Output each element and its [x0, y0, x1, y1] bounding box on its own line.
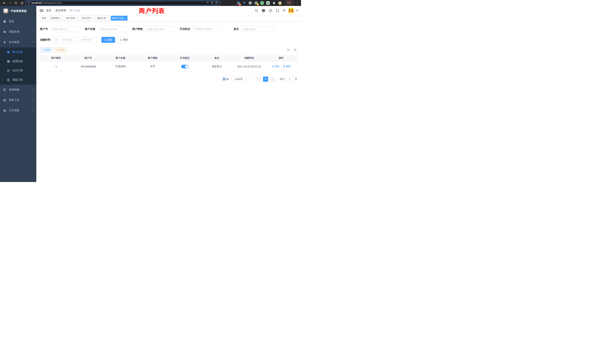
extension-blocks-icon[interactable]: 10 — [236, 1, 240, 5]
close-icon[interactable]: × — [107, 17, 108, 19]
merchant-no-label: 商户号 — [40, 27, 48, 31]
chrome-update-button[interactable]: 更新 — [285, 1, 294, 5]
breadcrumb-home[interactable]: 首页 — [46, 9, 51, 12]
tab-process-form[interactable]: 流程表单× — [49, 16, 63, 21]
yen-icon: ¥ — [3, 41, 6, 44]
sidebar-item-pay[interactable]: ¥ 支付管理 — [0, 37, 36, 47]
status-select-placeholder: 请选择开启状态 — [195, 27, 220, 31]
create-time-label: 创建时间 — [40, 38, 50, 42]
table-row: 1 M233666999 芋道源码 芋艿 我是备注 2021-10-23 08:… — [40, 61, 297, 72]
sidebar-item-workflow[interactable]: 工作流程 — [0, 105, 36, 116]
tab-home[interactable]: 首页 — [40, 16, 48, 21]
delete-link-label: 删除 — [286, 65, 291, 68]
chevron-down-icon — [246, 78, 248, 80]
extension-command-icon[interactable]: ⌘ — [248, 1, 252, 5]
sidebar-item-system[interactable]: 系统管理 — [0, 27, 36, 37]
table-toolbar: + 新增 导出 — [40, 47, 297, 53]
back-button[interactable] — [2, 1, 6, 5]
status-select[interactable]: 请选择开启状态 — [193, 26, 224, 32]
search-button[interactable]: 搜索 — [101, 37, 115, 43]
tab-pay-order[interactable]: 支付订单× — [80, 16, 94, 21]
screen: localhost:1024/pay/merchant 10 ⌘ 1 — [0, 0, 301, 182]
next-page-button[interactable]: › — [270, 76, 275, 82]
close-icon[interactable]: × — [60, 17, 62, 19]
create-time-range-picker[interactable]: 开始日期 - 结束日期 — [53, 37, 97, 43]
briefcase-icon — [3, 99, 6, 102]
address-bar[interactable]: localhost:1024/pay/merchant — [25, 1, 220, 5]
status-toggle-on[interactable] — [181, 65, 189, 68]
github-icon[interactable] — [261, 9, 265, 13]
page-number-1[interactable]: 1 — [263, 76, 268, 82]
close-icon[interactable]: × — [125, 17, 126, 19]
close-icon[interactable]: × — [76, 17, 77, 19]
search-button-label: 搜索 — [108, 38, 112, 42]
search-icon[interactable] — [254, 9, 258, 13]
refresh-icon — [294, 49, 296, 51]
url-host: localhost — [32, 2, 42, 4]
avatar-caret-icon[interactable] — [296, 10, 298, 11]
reset-button[interactable]: 重置 — [117, 37, 131, 43]
chevron-down-icon — [32, 88, 34, 91]
share-icon[interactable] — [211, 1, 214, 5]
remark-input[interactable] — [241, 26, 276, 32]
breadcrumb-separator: / — [67, 9, 68, 12]
extensions-puzzle-icon[interactable] — [272, 1, 276, 5]
tab-merchant-info[interactable]: 商户信息× — [111, 16, 128, 21]
sidebar-item-merchant-info[interactable]: 商户信息 — [0, 47, 36, 57]
refresh-table-button[interactable] — [293, 48, 297, 52]
home-button[interactable] — [20, 1, 24, 5]
col-status: 开启状态 — [169, 55, 201, 61]
browser-profile-avatar[interactable] — [278, 1, 282, 5]
sidebar-item-dev-tools[interactable]: 研发工具 — [0, 95, 36, 105]
page-size-select[interactable]: 10条/页 — [232, 76, 250, 82]
help-icon[interactable]: ? — [268, 9, 272, 13]
extension-gem-icon[interactable] — [242, 1, 246, 5]
tab-refund-order[interactable]: 退款订单× — [95, 16, 109, 21]
full-name-input[interactable] — [98, 26, 128, 32]
sidebar-collapse-icon[interactable] — [40, 9, 43, 12]
browser-menu-icon[interactable]: ⋮ — [296, 1, 300, 4]
full-name-label: 商户全称 — [85, 27, 95, 31]
edit-link[interactable]: 修改 — [272, 65, 280, 68]
sidebar-item-pay-order[interactable]: ¥ 支付订单 — [0, 66, 36, 75]
add-button[interactable]: + 新增 — [40, 47, 52, 53]
cell-merchant-no: M233666999 — [72, 61, 105, 72]
delete-link[interactable]: 删除 — [283, 65, 291, 68]
close-icon[interactable]: × — [91, 17, 93, 19]
extension-y-icon[interactable]: y — [260, 1, 264, 5]
breadcrumb-current: 商户信息 — [70, 9, 80, 12]
export-button[interactable]: 导出 — [54, 47, 67, 53]
sidebar-item-refund-order[interactable]: 退款订单 — [0, 75, 36, 85]
merchant-no-input[interactable] — [50, 26, 80, 32]
user-avatar[interactable] — [288, 8, 294, 13]
forward-button[interactable] — [8, 1, 12, 5]
extension-chat-icon[interactable] — [266, 1, 270, 5]
reload-button[interactable] — [14, 1, 18, 5]
page-info-icon[interactable] — [27, 1, 30, 5]
short-name-input[interactable] — [145, 26, 175, 32]
goto-page-input[interactable] — [286, 76, 293, 82]
sidebar-item-infrastructure[interactable]: 基础设施 — [0, 85, 36, 95]
cell-short-name: 芋艿 — [137, 61, 169, 72]
toggle-search-button[interactable] — [286, 48, 290, 52]
url-path: :1024/pay/merchant — [42, 2, 62, 4]
sidebar-logo: 芋道管理系统 — [0, 6, 36, 16]
fullscreen-icon[interactable] — [275, 9, 280, 13]
tab-user-group[interactable]: 用户分组× — [64, 16, 79, 21]
extension-recorder-icon[interactable]: 1 — [254, 1, 258, 5]
tab-label: 退款订单 — [97, 17, 106, 20]
date-separator: - — [76, 39, 77, 41]
short-name-label: 商户简称 — [132, 27, 143, 31]
browser-toolbar: localhost:1024/pay/merchant 10 ⌘ 1 — [0, 0, 301, 6]
password-key-icon[interactable] — [206, 1, 209, 5]
navbar-right-icons: ? TT — [254, 8, 298, 13]
sidebar-item-app-info[interactable]: 应用信息 — [0, 57, 36, 66]
end-date-placeholder: 结束日期 — [78, 38, 95, 42]
prev-page-button[interactable]: ‹ — [256, 76, 261, 82]
col-remark: 备注 — [201, 55, 233, 61]
font-size-icon[interactable]: TT — [282, 9, 285, 12]
breadcrumb-pay[interactable]: 支付管理 — [55, 9, 66, 12]
cell-merchant-id: 1 — [40, 61, 72, 72]
sidebar-item-home[interactable]: 首页 — [0, 16, 36, 27]
bookmark-star-icon[interactable] — [215, 1, 218, 5]
